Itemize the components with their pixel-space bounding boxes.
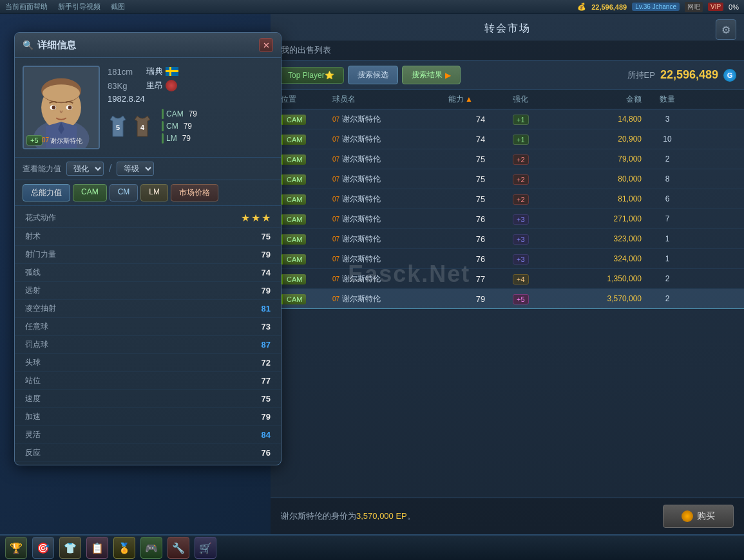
row-price: 81,000 [564,194,642,203]
taskbar-icon-7[interactable]: 🔧 [167,537,189,559]
row-count: 2 [642,294,693,303]
jersey-section: 5 4 CAM 7 [108,109,273,144]
table-row[interactable]: CAM 07 谢尔斯特伦 75 +2 80,000 8 [271,169,744,189]
tutorial-button[interactable]: 新手引导视频 [58,2,100,12]
stats-list: 花式动作 ★★★ 射术 75 射门力量 79 弧线 74 远射 79 凌空抽射 … [15,206,281,465]
tab-cam[interactable]: CAM [73,184,107,201]
row-pos: CAM [281,133,332,145]
stat-tabs-row: 总能力值 CAM CM LM 市场价格 [15,180,281,206]
filter-level-select[interactable]: 等级 [117,162,154,176]
my-list-bar[interactable]: 我的出售列表 [271,41,744,61]
stat-value: 79 [251,250,271,259]
taskbar-icon-8[interactable]: 🛒 [195,537,216,559]
table-row[interactable]: CAM 07 谢尔斯特伦 76 +3 323,000 1 [271,229,744,249]
settings-icon[interactable]: ⚙ [716,19,736,40]
row-enhance: +1 [513,133,564,145]
tab-top-player[interactable]: Top Player⭐ [278,67,344,84]
help-button[interactable]: 当前画面帮助 [5,2,48,12]
row-pos: CAM [281,233,332,245]
screenshot-button[interactable]: 截图 [111,2,125,12]
table-row[interactable]: CAM 07 谢尔斯特伦 75 +2 81,000 6 [271,189,744,209]
table-row[interactable]: CAM 07 谢尔斯特伦 74 +1 20,900 10 [271,129,744,149]
tab-market-price[interactable]: 市场价格 [171,184,218,201]
row-count: 7 [642,214,693,223]
stat-value: 84 [251,430,271,440]
stat-value: 79 [251,286,271,295]
row-enhance: +3 [513,233,564,245]
stat-value: 75 [251,394,271,404]
tab-cm[interactable]: CM [110,184,138,201]
row-ability: 74 [448,135,513,144]
table-row[interactable]: CAM 07 谢尔斯特伦 74 +1 14,800 3 [271,109,744,129]
table-body: CAM 07 谢尔斯特伦 74 +1 14,800 3 CAM 07 谢尔斯特伦… [271,109,744,498]
buy-button[interactable]: 购买 [663,505,734,528]
online-badge: 网吧 [685,2,703,12]
col-enhance: 强化 [513,94,564,105]
tab-total[interactable]: 总能力值 [23,184,70,201]
tab-search-filter[interactable]: 搜索候选 [348,66,398,84]
percent-display: 0% [729,3,739,11]
stat-name: 射门力量 [25,249,251,260]
transfer-panel: 转会市场 ⚙ 我的出售列表 Top Player⭐ 搜索候选 搜索结果 ▶ 所持… [271,14,744,534]
pos-lm: LM 79 [162,133,197,144]
taskbar-icon-5[interactable]: 🏅 [113,537,135,559]
filter-type-select[interactable]: 强化 [66,162,104,176]
stat-value: 72 [251,358,271,368]
taskbar-icon-4[interactable]: 📋 [86,537,108,559]
row-name: 07 谢尔斯特伦 [332,154,448,165]
weight-row: 83Kg 里昂 [108,80,273,91]
row-price: 1,350,000 [564,274,642,283]
row-count: 1 [642,254,693,263]
taskbar-icon-2[interactable]: 🎯 [32,537,54,559]
table-row[interactable]: CAM 07 谢尔斯特伦 76 +3 324,000 1 [271,249,744,269]
row-pos: CAM [281,253,332,265]
row-ability: 75 [448,174,513,184]
ep-label: 所持EP [627,70,655,81]
close-button[interactable]: ✕ [259,38,273,52]
tab-search-result[interactable]: 搜索结果 ▶ [402,66,461,84]
row-enhance: +3 [513,253,564,265]
status-price: 3,570,000 EP [356,511,407,521]
taskbar: 🏆 🎯 👕 📋 🏅 🎮 🔧 🛒 [0,534,744,560]
detail-header: 🔍 详细信息 ✕ [15,33,281,58]
search-icon: 🔍 [23,40,33,50]
row-enhance: +1 [513,113,564,125]
table-row[interactable]: CAM 07 谢尔斯特伦 75 +2 79,000 2 [271,149,744,169]
svg-text:5: 5 [116,124,120,131]
row-count: 6 [642,194,693,203]
col-name: 球员名 [332,94,448,105]
row-ability: 76 [448,254,513,264]
row-ability: 79 [448,294,513,304]
jersey-2: 4 [132,115,153,138]
row-enhance: +2 [513,173,564,185]
table-row[interactable]: CAM 07 谢尔斯特伦 77 +4 1,350,000 2 [271,269,744,289]
stat-item: 远射 79 [15,282,281,300]
ep-section: 所持EP 22,596,489 G [627,68,736,82]
tab-lm[interactable]: LM [140,184,168,201]
table-row[interactable]: CAM 07 谢尔斯特伦 76 +3 271,000 7 [271,209,744,229]
row-name: 07 谢尔斯特伦 [332,134,448,145]
row-count: 3 [642,115,693,124]
stat-name: 速度 [25,393,251,404]
row-name: 07 谢尔斯特伦 [332,194,448,205]
stat-name: 射术 [25,231,251,242]
row-name: 07 谢尔斯特伦 [332,294,448,304]
row-enhance: +5 [513,293,564,304]
club-name: 里昂 [146,80,163,91]
table-row[interactable]: CAM 07 谢尔斯特伦 79 +5 3,570,000 2 [271,289,744,309]
row-price: 324,000 [564,254,642,263]
taskbar-icon-1[interactable]: 🏆 [5,537,27,559]
stat-item: 任意球 73 [15,318,281,336]
stat-name: 弧线 [25,267,251,278]
stat-name: 远射 [25,285,251,296]
svg-point-9 [68,106,72,109]
col-price: 金额 [564,94,642,105]
taskbar-icon-3[interactable]: 👕 [59,537,81,559]
stat-item: 速度 75 [15,390,281,408]
row-pos: CAM [281,153,332,165]
row-enhance: +2 [513,193,564,205]
taskbar-icon-6[interactable]: 🎮 [140,537,162,559]
row-name: 07 谢尔斯特伦 [332,234,448,245]
svg-point-8 [52,106,56,109]
main-area: 转会市场 ⚙ 我的出售列表 Top Player⭐ 搜索候选 搜索结果 ▶ 所持… [0,14,744,534]
